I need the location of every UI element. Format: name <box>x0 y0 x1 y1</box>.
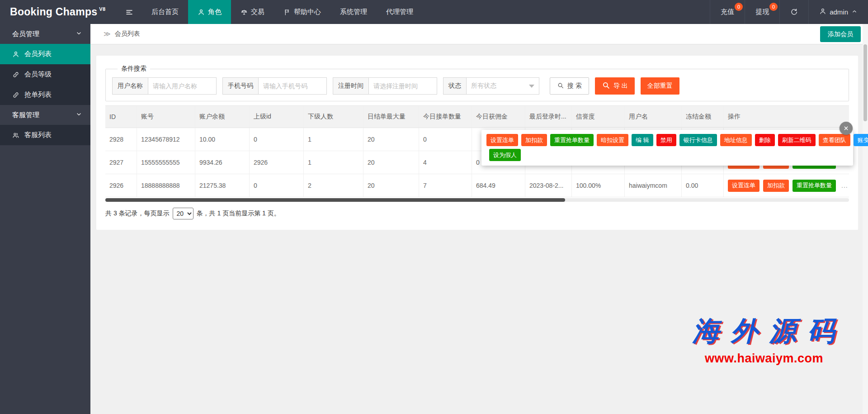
sidebar-item-0-2[interactable]: 抢单列表 <box>0 85 90 105</box>
chevron-down-icon <box>75 111 82 118</box>
table-cell: 21275.38 <box>195 174 249 197</box>
horizontal-scrollbar <box>105 198 849 202</box>
status-label: 状态 <box>443 77 466 95</box>
search-legend: 条件搜索 <box>118 65 150 73</box>
nav-item-label: 角色 <box>208 8 222 16</box>
table-cell: 2928 <box>105 128 137 151</box>
column-header: 最后登录时... <box>525 106 571 128</box>
status-select[interactable]: 所有状态 <box>466 77 539 95</box>
nav-item-label: 后台首页 <box>151 8 179 16</box>
nav-item-label: 交易 <box>251 8 264 16</box>
vertical-scrollbar <box>863 24 868 414</box>
nav-item-4[interactable]: 系统管理 <box>330 0 377 24</box>
add-member-button[interactable]: 添加会员 <box>820 26 861 42</box>
chevron-up-icon <box>851 8 858 14</box>
flag-icon <box>283 9 291 16</box>
nav-item-5[interactable]: 代理管理 <box>377 0 423 24</box>
table-cell: 2 <box>303 174 363 197</box>
recharge-button[interactable]: 充值 0 <box>710 0 745 24</box>
popup-action-button[interactable]: 刷新二维码 <box>778 134 816 146</box>
popup-action-button[interactable]: 账变 <box>854 134 868 146</box>
nav-item-3[interactable]: 帮助中心 <box>274 0 330 24</box>
search-field-1: 手机号码 <box>222 77 327 95</box>
username: admin <box>830 8 848 16</box>
withdraw-badge: 0 <box>769 3 778 11</box>
person-icon <box>12 51 19 58</box>
vertical-scrollbar-thumb[interactable] <box>863 44 867 121</box>
status-selected-value: 所有状态 <box>471 82 496 90</box>
breadcrumb-bar: ≫ 会员列表 添加会员 <box>90 24 868 44</box>
sidebar-group-label: 会员管理 <box>12 30 39 38</box>
search-field-input-0[interactable] <box>148 77 217 95</box>
withdraw-button[interactable]: 提现 0 <box>745 0 779 24</box>
table-cell: 7 <box>419 174 472 197</box>
breadcrumb-icon: ≫ <box>104 30 111 38</box>
popup-action-button[interactable]: 编 辑 <box>632 134 653 146</box>
refresh-button[interactable] <box>779 0 808 24</box>
person-icon <box>819 8 826 15</box>
sidebar-group-0[interactable]: 会员管理 <box>0 24 90 44</box>
column-header: 今日获佣金 <box>472 106 525 128</box>
link-icon <box>12 91 19 99</box>
recharge-badge: 0 <box>735 3 743 11</box>
per-page-select[interactable]: 20 <box>173 208 193 219</box>
search-field-label: 用户名称 <box>112 77 148 95</box>
search-button-label: 搜 索 <box>567 82 582 90</box>
nav-item-1[interactable]: 角色 <box>188 0 231 24</box>
sidebar-item-1-0[interactable]: 客服列表 <box>0 125 90 145</box>
search-field-0: 用户名称 <box>112 77 217 95</box>
status-field: 状态 所有状态 <box>443 77 539 95</box>
table-cell: 0 <box>419 128 472 151</box>
main-content: ≫ 会员列表 添加会员 条件搜索 用户名称手机号码注册时间 状态 所有状态 搜 … <box>90 24 868 414</box>
search-field-input-2[interactable] <box>368 77 437 95</box>
popup-action-button[interactable]: 加扣款 <box>521 134 547 146</box>
column-header: 账号 <box>137 106 195 128</box>
row-action-button[interactable]: 设置连单 <box>728 180 760 192</box>
pagination-prefix: 共 3 条记录，每页显示 <box>105 209 170 218</box>
table-cell: 20 <box>363 174 419 197</box>
nav-item-2[interactable]: 交易 <box>231 0 274 24</box>
table-cell: 15555555555 <box>137 151 195 174</box>
app-logo-version: V8 <box>99 6 105 12</box>
popup-action-button[interactable]: 查看团队 <box>819 134 850 146</box>
popup-action-button[interactable]: 设为假人 <box>489 149 521 161</box>
sidebar-group-1[interactable]: 客服管理 <box>0 105 90 125</box>
popup-close-button[interactable] <box>840 122 853 135</box>
search-field-2: 注册时间 <box>333 77 437 95</box>
row-action-button[interactable]: 加扣款 <box>763 180 789 192</box>
nav-item-0[interactable]: 后台首页 <box>142 0 188 24</box>
popup-action-button[interactable]: 删除 <box>755 134 775 146</box>
hamburger-menu-button[interactable] <box>117 0 142 24</box>
popup-action-button[interactable]: 设置连单 <box>486 134 518 146</box>
app-logo: Booking Champs V8 <box>0 0 117 24</box>
users-icon <box>12 132 19 139</box>
sidebar-group-label: 客服管理 <box>12 111 39 119</box>
more-actions[interactable]: ... <box>841 182 848 189</box>
export-button[interactable]: 导 出 <box>595 77 635 95</box>
reset-all-button[interactable]: 全部重置 <box>641 77 679 95</box>
actions-cell: 设置连单加扣款重置抢单数量... <box>723 174 849 197</box>
search-field-input-1[interactable] <box>258 77 327 95</box>
sidebar: 会员管理会员列表会员等级抢单列表客服管理客服列表 <box>0 24 90 414</box>
nav-item-label: 系统管理 <box>340 8 367 16</box>
table-cell: 0.00 <box>681 174 723 197</box>
withdraw-label: 提现 <box>755 8 769 16</box>
popup-action-button[interactable]: 暗扣设置 <box>597 134 628 146</box>
export-button-label: 导 出 <box>613 82 628 90</box>
search-button[interactable]: 搜 索 <box>550 77 589 95</box>
popup-action-button[interactable]: 重置抢单数量 <box>550 134 594 146</box>
nav-item-label: 代理管理 <box>386 8 413 16</box>
popup-action-button[interactable]: 地址信息 <box>720 134 752 146</box>
top-nav-items: 后台首页角色交易帮助中心系统管理代理管理 <box>142 0 423 24</box>
row-action-button[interactable]: 重置抢单数量 <box>793 180 836 192</box>
horizontal-scrollbar-thumb[interactable] <box>105 198 565 202</box>
sidebar-item-0-1[interactable]: 会员等级 <box>0 64 90 85</box>
sidebar-item-0-0[interactable]: 会员列表 <box>0 44 90 64</box>
column-header: 今日接单数量 <box>419 106 472 128</box>
app-logo-text: Booking Champs <box>10 6 97 18</box>
popup-action-button[interactable]: 银行卡信息 <box>679 134 717 146</box>
column-header: 信誉度 <box>571 106 624 128</box>
popup-action-button[interactable]: 禁用 <box>656 134 676 146</box>
user-menu[interactable]: admin <box>808 0 868 24</box>
person-icon <box>198 9 205 16</box>
